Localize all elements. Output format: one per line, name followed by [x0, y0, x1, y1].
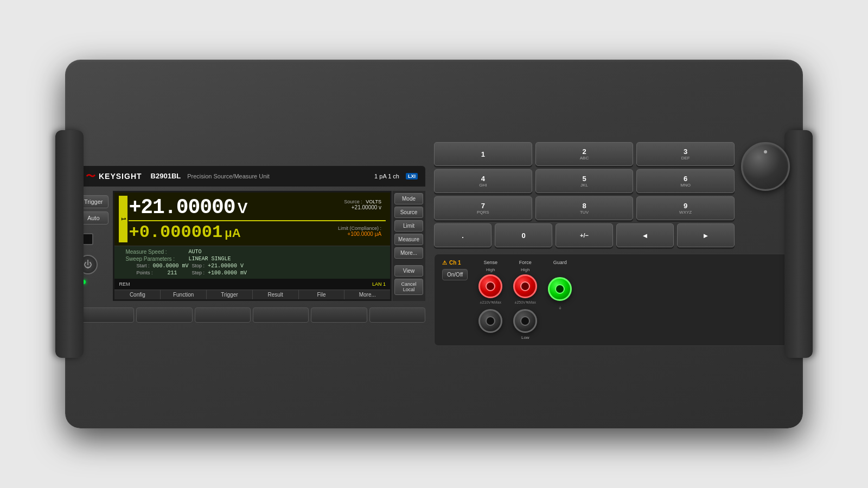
status-rem: REM: [119, 281, 130, 287]
force-connector-group: Force High ±250V≒Max Low: [513, 260, 537, 340]
limit-label: Limit (Compliance) :: [338, 226, 381, 231]
measure-button[interactable]: Measure: [394, 234, 423, 245]
key-3[interactable]: 3 DEF: [636, 142, 735, 166]
more-button[interactable]: More...: [394, 247, 423, 259]
mode-button[interactable]: Mode: [394, 193, 423, 204]
stop-label: Stop :: [192, 263, 205, 269]
channel-indicator: 1: [119, 196, 127, 242]
key-2[interactable]: 2 ABC: [535, 142, 634, 166]
key-9[interactable]: 9 WXYZ: [636, 196, 735, 220]
current-unit: μA: [225, 226, 240, 240]
instrument-specs: 1 pA 1 ch: [374, 173, 399, 179]
current-value: +0.000001: [129, 222, 222, 242]
source-button[interactable]: Source: [394, 207, 423, 218]
source-label: Source : VOLTS: [344, 199, 381, 204]
cancel-local-button[interactable]: Cancel Local: [394, 279, 423, 295]
source-value: +21.00000 v: [344, 204, 381, 210]
key-dot[interactable]: .: [434, 223, 492, 247]
display-main: 1 Source : VOLTS +21.00000 v: [114, 192, 390, 246]
numpad-area: 1 2 ABC 3 DEF 4 GHI 5: [434, 142, 735, 247]
key-4[interactable]: 4 GHI: [434, 169, 532, 193]
key-6[interactable]: 6 MNO: [636, 169, 735, 193]
limit-info: Limit (Compliance) : +100.0000 μA: [338, 226, 381, 237]
key-1[interactable]: 1: [434, 142, 532, 166]
softkey-btn-6[interactable]: [369, 307, 425, 323]
softkey-trigger: Trigger: [207, 290, 253, 299]
right-panel: 1 2 ABC 3 DEF 4 GHI 5: [434, 142, 790, 346]
numpad-bottom-row: . 0 +/− ◄ ►: [434, 223, 735, 247]
status-bar: REM LAN 1: [114, 279, 390, 290]
key-right-arrow[interactable]: ►: [677, 223, 735, 247]
limit-button[interactable]: Limit: [394, 220, 423, 232]
stop-value: +21.00000 V: [208, 263, 244, 269]
screen-display: 1 Source : VOLTS +21.00000 v: [114, 192, 390, 299]
guard-connector: [548, 277, 572, 301]
on-off-button[interactable]: On/Off: [442, 269, 468, 280]
lxi-badge: LXI: [406, 173, 418, 179]
high-label-sense: High: [486, 267, 495, 272]
guard-label: Guard: [553, 260, 567, 265]
sweep-params-row: Sweep Parameters : LINEAR SINGLE: [125, 255, 386, 262]
source-info: Source : VOLTS +21.00000 v: [344, 199, 381, 210]
rotary-knob[interactable]: [741, 142, 790, 191]
sweep-label: Sweep Parameters :: [125, 256, 185, 262]
force-low-connector: [513, 309, 537, 333]
points-step-row: Points : 211 Step : +100.0000 mV: [125, 269, 386, 277]
softkey-config: Config: [114, 290, 161, 299]
start-value: 000.0000 mV: [152, 263, 188, 269]
ground-symbol: ⏚: [559, 305, 561, 310]
sense-connector-group: Sense High ±210V≒Max: [478, 260, 502, 333]
sweep-value: LINEAR SINGLE: [188, 256, 231, 262]
high-label-force: High: [521, 267, 529, 272]
brand-name: KEYSIGHT: [99, 172, 142, 181]
softkey-more: More...: [344, 290, 390, 299]
softkey-result: Result: [253, 290, 299, 299]
params-area: Measure Speed : AUTO Sweep Parameters : …: [114, 246, 390, 279]
force-high-connector: [513, 274, 537, 298]
ch1-label: ⚠ Ch 1: [442, 260, 468, 266]
softkey-btn-1[interactable]: [78, 307, 134, 323]
model-number: B2901BL: [151, 172, 181, 180]
softkey-file: File: [299, 290, 345, 299]
softkey-btn-4[interactable]: [253, 307, 309, 323]
connectors-section: ⚠ Ch 1 On/Off Sense High ±210V≒Max Force…: [434, 254, 790, 346]
left-handle: [55, 130, 84, 358]
key-left-arrow[interactable]: ◄: [616, 223, 674, 247]
keysight-logo: 〜 KEYSIGHT: [86, 170, 142, 183]
status-lan: LAN 1: [372, 281, 386, 287]
sense-spec: ±210V≒Max: [480, 300, 501, 305]
screen-wrapper: Trigger Auto ⏻ 1: [78, 191, 425, 301]
instrument-body: 〜 KEYSIGHT B2901BL Precision Source/Meas…: [65, 60, 803, 428]
numpad-grid: 1 2 ABC 3 DEF 4 GHI 5: [434, 142, 735, 220]
sense-label: Sense: [484, 260, 498, 265]
sense-low-connector: [478, 309, 502, 333]
softkey-btn-2[interactable]: [136, 307, 192, 323]
step-label: Step :: [192, 270, 205, 276]
knob-area: [741, 142, 790, 191]
start-stop-row: Start : 000.0000 mV Stop : +21.00000 V: [125, 262, 386, 269]
ch1-area: ⚠ Ch 1 On/Off: [442, 260, 468, 280]
key-7[interactable]: 7 PQRS: [434, 196, 532, 220]
force-label: Force: [519, 260, 532, 265]
key-8[interactable]: 8 TUV: [535, 196, 634, 220]
measure-speed-row: Measure Speed : AUTO: [125, 248, 386, 255]
left-panel: 〜 KEYSIGHT B2901BL Precision Source/Meas…: [78, 166, 425, 323]
low-label-force: Low: [521, 335, 529, 340]
start-label: Start :: [136, 263, 149, 269]
limit-value: +100.0000 μA: [338, 231, 381, 237]
key-0[interactable]: 0: [495, 223, 552, 247]
key-plusminus[interactable]: +/−: [556, 223, 613, 247]
keypad-knob-row: 1 2 ABC 3 DEF 4 GHI 5: [434, 142, 790, 247]
view-button[interactable]: View: [394, 265, 423, 277]
sense-high-connector: [478, 274, 502, 298]
softkey-btn-3[interactable]: [195, 307, 251, 323]
guard-connector-group: Guard ⏚: [548, 260, 572, 310]
softkey-btn-5[interactable]: [311, 307, 367, 323]
points-value: 211: [156, 270, 188, 276]
main-screen: 1 Source : VOLTS +21.00000 v: [113, 191, 392, 301]
softkey-function: Function: [161, 290, 207, 299]
key-5[interactable]: 5 JKL: [535, 169, 634, 193]
softkey-bar: Config Function Trigger Result File More…: [114, 290, 390, 299]
screen-right-buttons: Mode Source Limit Measure More... View C…: [392, 191, 425, 301]
step-value: +100.0000 mV: [208, 270, 247, 276]
